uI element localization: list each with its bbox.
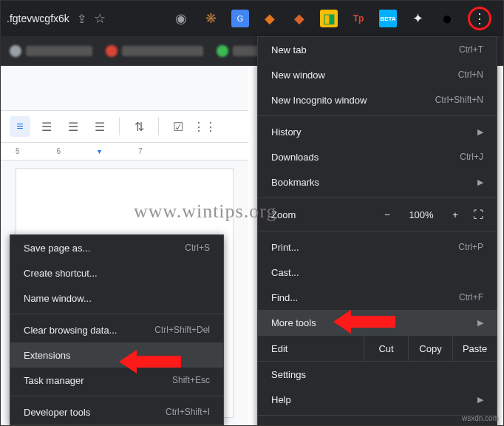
- submenu-create-shortcut[interactable]: Create shortcut...: [10, 260, 223, 285]
- bookmark-item[interactable]: [106, 45, 203, 57]
- menu-print[interactable]: Print...Ctrl+P: [258, 234, 497, 260]
- fox-icon[interactable]: ◆: [261, 10, 279, 27]
- annotation-arrow-settings: [333, 310, 395, 334]
- submenu-extensions[interactable]: Extensions: [10, 342, 223, 368]
- submenu-dev-tools[interactable]: Developer toolsCtrl+Shift+I: [10, 399, 223, 425]
- submenu-save-page[interactable]: Save page as...Ctrl+S: [10, 235, 223, 260]
- align-right-icon[interactable]: ☰: [63, 116, 84, 137]
- fox2-icon[interactable]: ◆: [290, 10, 308, 27]
- align-center-icon[interactable]: ☰: [36, 116, 57, 137]
- ruler-mark: 6: [57, 147, 61, 155]
- tp-icon[interactable]: Tp: [350, 10, 367, 27]
- menu-zoom-row: Zoom − 100% + ⛶: [258, 201, 497, 228]
- menu-history[interactable]: History▶: [258, 119, 497, 144]
- mail-icon[interactable]: ◨: [320, 10, 338, 27]
- menu-find[interactable]: Find...Ctrl+F: [258, 285, 497, 310]
- zoom-out-button[interactable]: −: [378, 209, 396, 220]
- docs-toolbar: ≡ ☰ ☰ ☰ ⇅ ☑ ⋮⋮: [1, 110, 248, 143]
- profile-icon[interactable]: ●: [438, 10, 456, 27]
- line-spacing-icon[interactable]: ⇅: [129, 116, 149, 137]
- menu-help[interactable]: Help▶: [258, 387, 497, 412]
- ruler-mark: 5: [16, 147, 20, 155]
- menu-bookmarks[interactable]: Bookmarks▶: [258, 169, 497, 195]
- zoom-in-button[interactable]: +: [446, 209, 464, 220]
- url-text: .fgtevwcgfx6k: [7, 13, 69, 24]
- cookie-icon[interactable]: ❋: [202, 10, 219, 27]
- cut-button[interactable]: Cut: [364, 336, 408, 361]
- menu-separator: [258, 197, 497, 198]
- translate-icon[interactable]: G: [231, 10, 249, 27]
- address-bar[interactable]: .fgtevwcgfx6k ⇪ ☆: [7, 10, 169, 27]
- paste-button[interactable]: Paste: [452, 336, 497, 361]
- chevron-right-icon: ▶: [477, 127, 483, 137]
- bookmark-star-icon[interactable]: ☆: [94, 10, 106, 27]
- ruler-mark: 7: [138, 147, 143, 155]
- browser-toolbar: .fgtevwcgfx6k ⇪ ☆ ◉ ❋ G ◆ ◆ ◨ Tp BETA ✦ …: [1, 1, 503, 36]
- bookmark-item[interactable]: [10, 45, 92, 57]
- menu-settings[interactable]: Settings: [258, 362, 497, 387]
- bookmark-item[interactable]: [217, 45, 262, 57]
- copy-button[interactable]: Copy: [408, 336, 452, 361]
- align-left-icon[interactable]: ≡: [10, 116, 30, 137]
- menu-separator: [258, 415, 497, 416]
- extensions-row: ◉ ❋ G ◆ ◆ ◨ Tp BETA ✦ ● ⋮: [169, 7, 497, 30]
- chrome-main-menu: New tabCtrl+T New windowCtrl+N New Incog…: [257, 36, 497, 426]
- menu-edit-row: Edit Cut Copy Paste: [258, 335, 497, 362]
- corner-watermark: wsxdn.com: [462, 414, 499, 422]
- menu-separator: [258, 115, 497, 116]
- menu-separator: [258, 231, 497, 231]
- menu-new-window[interactable]: New windowCtrl+N: [258, 62, 497, 87]
- menu-downloads[interactable]: DownloadsCtrl+J: [258, 144, 497, 169]
- puzzle-icon[interactable]: ✦: [409, 10, 426, 27]
- more-tools-submenu: Save page as...Ctrl+S Create shortcut...…: [10, 234, 224, 425]
- chevron-right-icon: ▶: [477, 395, 483, 405]
- edit-label: Edit: [258, 343, 364, 354]
- chevron-right-icon: ▶: [477, 178, 483, 187]
- watermark-text: www.wintips.org: [134, 200, 276, 223]
- menu-separator: [10, 396, 223, 396]
- beta-icon[interactable]: BETA: [379, 10, 397, 27]
- zoom-value: 100%: [405, 209, 437, 220]
- camera-icon[interactable]: ◉: [172, 10, 190, 27]
- bullet-list-icon[interactable]: ⋮⋮: [194, 116, 215, 137]
- ruler: 5 6 ▾ 7: [1, 143, 248, 160]
- share-icon[interactable]: ⇪: [77, 12, 86, 26]
- submenu-name-window[interactable]: Name window...: [10, 285, 223, 311]
- menu-separator: [10, 314, 223, 314]
- submenu-clear-data[interactable]: Clear browsing data...Ctrl+Shift+Del: [10, 317, 223, 342]
- menu-dots-icon[interactable]: ⋮: [468, 7, 491, 30]
- chevron-right-icon: ▶: [477, 318, 483, 328]
- fullscreen-icon[interactable]: ⛶: [473, 209, 483, 220]
- menu-new-tab[interactable]: New tabCtrl+T: [258, 37, 497, 62]
- align-justify-icon[interactable]: ☰: [89, 116, 110, 137]
- zoom-label: Zoom: [271, 209, 370, 220]
- menu-exit[interactable]: Exit: [258, 419, 497, 426]
- submenu-task-manager[interactable]: Task managerShift+Esc: [10, 368, 223, 393]
- checklist-icon[interactable]: ☑: [168, 116, 188, 137]
- menu-new-incognito[interactable]: New Incognito windowCtrl+Shift+N: [258, 87, 497, 112]
- menu-cast[interactable]: Cast...: [258, 260, 497, 285]
- annotation-arrow-extensions: [119, 350, 181, 373]
